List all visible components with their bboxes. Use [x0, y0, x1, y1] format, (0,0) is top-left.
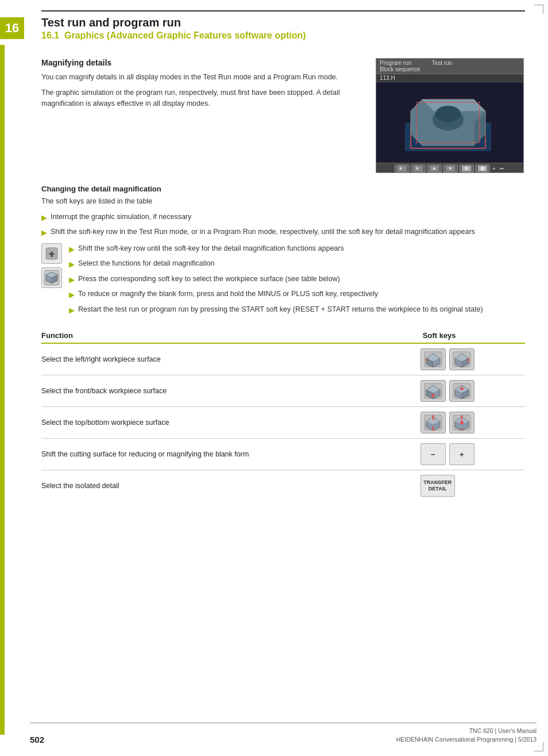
magnifying-para1: You can magnify details in all display m… — [41, 72, 364, 83]
side-tab: 16 — [0, 0, 24, 756]
svg-point-59 — [460, 421, 464, 424]
sub-step-3-text: Press the corresponding soft key to sele… — [78, 274, 525, 285]
sub-step-2-text: Select the functions for detail magnific… — [78, 258, 525, 269]
screenshot-view — [376, 82, 523, 163]
screenshot-mode-right: Test run — [432, 60, 453, 72]
footer: 502 TNC 620 | User's Manual HEIDENHAIN C… — [30, 723, 537, 745]
intro-text-area: Magnifying details You can magnify detai… — [41, 58, 364, 173]
sk-front-3d[interactable] — [420, 380, 446, 402]
sub-step-5-arrow: ▶ — [69, 305, 75, 316]
footer-line1: TNC 620 | User's Manual — [396, 727, 537, 736]
table-row-2-keys — [420, 375, 525, 407]
table-row-1-keys — [420, 343, 525, 375]
softkeys-cell-1 — [420, 348, 520, 370]
step-2-text: Shift the soft-key row in the Test Run m… — [51, 227, 525, 237]
sk-bottom-3d[interactable] — [449, 412, 474, 433]
sk-right-3d[interactable] — [449, 348, 474, 370]
workpiece-svg — [399, 88, 497, 157]
chapter-header: Test run and program run 16.1 Graphics (… — [41, 10, 525, 41]
table-row-5-keys: TRANSFER DETAIL — [420, 470, 525, 502]
step-1-arrow: ▶ — [41, 212, 47, 224]
sub-step-2: ▶ Select the functions for detail magnif… — [69, 258, 525, 270]
screenshot-panel: Program runBlock sequence Test run 113.H — [376, 58, 525, 173]
table-row-2: Select the front/back workpiece surface — [41, 375, 525, 407]
screenshot-bottom-bar: + − — [376, 163, 523, 173]
cube-icon-box — [41, 267, 62, 288]
screenshot-box: Program runBlock sequence Test run 113.H — [376, 58, 524, 173]
side-tab-bar — [0, 45, 5, 735]
softkeys-cell-4: − + — [420, 443, 520, 465]
corner-mark-tr — [534, 5, 543, 14]
svg-point-6 — [435, 106, 461, 122]
footer-line2: HEIDENHAIN Conversational Programming | … — [396, 735, 537, 745]
svg-rect-8 — [398, 166, 407, 171]
sub-step-4-text: To reduce or magnify the blank form, pre… — [78, 289, 525, 300]
table-row-5: Select the isolated detail TRANSFER DETA… — [41, 470, 525, 502]
table-row-3: Select the top/bottom workpiece surface — [41, 407, 525, 439]
table-row-4-func: Shift the cutting surface for reducing o… — [41, 439, 420, 470]
sk-minus-btn[interactable]: − — [420, 443, 446, 465]
sk-plus: + — [492, 165, 496, 172]
sub-steps-content: ▶ Shift the soft-key row until the soft-… — [69, 243, 525, 320]
sub-step-4-arrow: ▶ — [69, 289, 75, 301]
sub-step-5: ▶ Restart the test run or program run by… — [69, 304, 525, 316]
section-title: 16.1 Graphics (Advanced Graphic Features… — [41, 30, 525, 41]
sk-left-3d[interactable] — [420, 348, 446, 370]
step-2: ▶ Shift the soft-key row in the Test Run… — [41, 227, 525, 239]
svg-point-17 — [465, 167, 468, 170]
sub-steps-icons — [41, 243, 62, 320]
table-row-1: Select the left/right workpiece surface — [41, 343, 525, 375]
table-row-3-func: Select the top/bottom workpiece surface — [41, 407, 420, 439]
sk-icon-2 — [411, 164, 426, 172]
sub-step-4: ▶ To reduce or magnify the blank form, p… — [69, 289, 525, 301]
step-1-text: Interrupt the graphic simulation, if nec… — [51, 212, 525, 222]
sk-back-3d[interactable] — [449, 380, 474, 402]
sub-step-1: ▶ Shift the soft-key row until the soft-… — [69, 243, 525, 255]
step-2-arrow: ▶ — [41, 227, 47, 239]
softkey-row: + − — [395, 164, 505, 173]
sk-icon-6 — [475, 164, 490, 172]
changing-intro: The soft keys are listed in the table — [41, 196, 525, 207]
changing-heading: Changing the detail magnification — [41, 185, 525, 193]
sub-step-2-arrow: ▶ — [69, 259, 75, 270]
main-content: Test run and program run 16.1 Graphics (… — [30, 0, 548, 524]
sk-plus-btn[interactable]: + — [449, 443, 474, 465]
sub-step-3-arrow: ▶ — [69, 274, 75, 286]
softkeys-cell-3 — [420, 412, 520, 433]
table-row-4-keys: − + — [420, 439, 525, 470]
softkeys-cell-2 — [420, 380, 520, 402]
shift-icon-box — [41, 243, 62, 264]
sub-steps-block: ▶ Shift the soft-key row until the soft-… — [41, 243, 525, 320]
col-softkeys-header: Soft keys — [420, 328, 525, 343]
col-function-header: Function — [41, 328, 420, 343]
sk-icon-4 — [443, 164, 458, 172]
sk-minus: − — [499, 164, 504, 173]
chapter-title: Test run and program run — [41, 16, 525, 29]
function-table: Function Soft keys Select the left/right… — [41, 328, 525, 501]
table-row-3-keys — [420, 407, 525, 439]
sk-transfer-detail[interactable]: TRANSFER DETAIL — [420, 475, 455, 497]
sk-icon-1 — [395, 164, 410, 172]
sk-icon-3 — [427, 164, 442, 172]
screenshot-subheader: 113.H — [376, 74, 523, 82]
svg-point-19 — [481, 167, 484, 170]
screenshot-mode-left: Program runBlock sequence — [380, 60, 420, 72]
magnifying-heading: Magnifying details — [41, 58, 364, 67]
intro-content-area: Magnifying details You can magnify detai… — [41, 58, 525, 173]
sub-step-1-arrow: ▶ — [69, 244, 75, 255]
sub-step-5-text: Restart the test run or program run by p… — [78, 304, 525, 315]
table-row-2-func: Select the front/back workpiece surface — [41, 375, 420, 407]
sk-icon-5 — [459, 164, 474, 172]
table-row-4: Shift the cutting surface for reducing o… — [41, 439, 525, 470]
step-1: ▶ Interrupt the graphic simulation, if n… — [41, 212, 525, 224]
screenshot-header: Program runBlock sequence Test run — [376, 59, 523, 74]
magnifying-para2: The graphic simulation or the program ru… — [41, 87, 364, 109]
page-number: 502 — [30, 735, 44, 745]
footer-info: TNC 620 | User's Manual HEIDENHAIN Conve… — [396, 727, 537, 745]
steps-section: Changing the detail magnification The so… — [41, 185, 525, 501]
sk-top-3d[interactable] — [420, 412, 446, 433]
chapter-number: 16 — [0, 17, 24, 39]
table-row-1-func: Select the left/right workpiece surface — [41, 343, 420, 375]
sub-step-3: ▶ Press the corresponding soft key to se… — [69, 274, 525, 286]
sub-step-1-text: Shift the soft-key row until the soft-ke… — [78, 243, 525, 254]
